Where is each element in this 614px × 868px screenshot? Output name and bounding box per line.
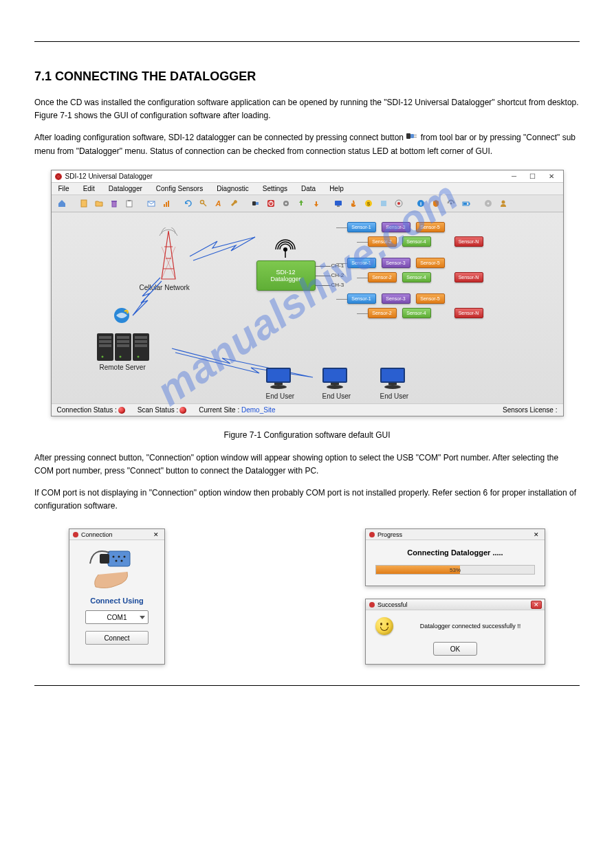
- refresh-icon[interactable]: [182, 197, 195, 210]
- svg-point-14: [200, 201, 204, 204]
- svg-rect-50: [99, 344, 111, 347]
- link-server-users: [168, 343, 320, 384]
- download-icon[interactable]: [310, 197, 322, 210]
- enduser-label-2: End User: [322, 392, 351, 400]
- svg-point-37: [487, 203, 489, 205]
- menu-config-sensors[interactable]: Config Sensors: [156, 185, 203, 192]
- success-dialog-title: Successful: [377, 601, 408, 608]
- figure-caption: Figure 7-1 Configuration software defaul…: [34, 429, 580, 442]
- svg-point-59: [137, 356, 139, 358]
- server-icon: [93, 329, 155, 364]
- com-port-value: COM1: [107, 614, 127, 621]
- monitor-icon[interactable]: [332, 197, 344, 210]
- connect-icon[interactable]: [250, 197, 262, 210]
- progress-label: Connecting Datalogger .....: [375, 548, 535, 557]
- sensor-box: Sensor-1: [347, 258, 376, 268]
- current-site-value[interactable]: Demo_Site: [241, 406, 275, 414]
- mail-icon[interactable]: [145, 197, 157, 210]
- conn-status-led: [118, 407, 125, 414]
- separator: [175, 197, 179, 210]
- svg-point-77: [113, 556, 115, 558]
- dollar-icon[interactable]: $: [362, 197, 375, 210]
- close-icon[interactable]: ✕: [531, 531, 542, 539]
- ok-button[interactable]: OK: [433, 642, 477, 656]
- home-icon[interactable]: [56, 197, 68, 210]
- tool-a-icon[interactable]: A: [212, 197, 225, 210]
- progress-dialog: Progress ✕ Connecting Datalogger ..... 5…: [365, 528, 545, 586]
- sensor-box: Sensor-1: [347, 222, 376, 232]
- disc-icon[interactable]: [482, 197, 494, 210]
- window-title: SDI-12 Universal Datalogger: [65, 173, 153, 180]
- signal-icon[interactable]: [445, 197, 457, 210]
- user-icon[interactable]: [497, 197, 509, 210]
- smiley-icon: [375, 617, 393, 635]
- gear-icon[interactable]: [280, 197, 292, 210]
- menu-diagnostic[interactable]: Diagnostic: [217, 185, 249, 192]
- delete-icon[interactable]: [108, 197, 120, 210]
- minimize-button[interactable]: ─: [505, 172, 523, 181]
- svg-rect-8: [127, 201, 132, 207]
- open-icon[interactable]: [93, 197, 105, 210]
- svg-point-80: [116, 560, 118, 562]
- svg-rect-35: [463, 203, 467, 205]
- com-port-combo[interactable]: COM1: [85, 610, 149, 624]
- wrench-icon[interactable]: [228, 197, 240, 210]
- svg-rect-71: [382, 369, 404, 381]
- protect-icon[interactable]: [430, 197, 442, 210]
- ch2-label: CH-2: [331, 272, 344, 278]
- new-icon[interactable]: [78, 197, 90, 210]
- sensor-box: Sensor-5: [416, 293, 445, 304]
- svg-rect-75: [108, 551, 130, 566]
- plug-icon: [406, 131, 418, 145]
- scan-status-label: Scan Status :: [138, 406, 178, 414]
- svg-point-22: [285, 203, 287, 205]
- svg-rect-53: [117, 344, 129, 347]
- close-icon[interactable]: ✕: [151, 531, 162, 539]
- svg-point-78: [118, 556, 120, 558]
- success-message: Datalogger connected successfully !!: [406, 623, 535, 630]
- bottom-rule: [34, 685, 580, 686]
- svg-rect-24: [337, 205, 340, 207]
- svg-point-82: [369, 532, 375, 537]
- close-button[interactable]: ✕: [542, 172, 560, 181]
- svg-line-15: [204, 203, 206, 206]
- datalogger-box: SDI-12 Datalogger: [256, 260, 316, 291]
- antenna-icon: [273, 237, 298, 259]
- separator: [475, 197, 479, 210]
- success-dialog: Successful ✕ Datalogger connected succes…: [365, 599, 545, 665]
- clipboard-icon[interactable]: [123, 197, 135, 210]
- svg-rect-17: [256, 202, 259, 205]
- svg-rect-1: [410, 134, 414, 138]
- separator: [71, 197, 75, 210]
- svg-rect-54: [135, 336, 147, 339]
- conn-status-label: Connection Status :: [57, 406, 117, 414]
- monitor-icon: [379, 366, 406, 391]
- info-icon[interactable]: i: [415, 197, 427, 210]
- svg-rect-52: [117, 340, 129, 343]
- connect-button[interactable]: Connect: [85, 631, 149, 645]
- chart-icon[interactable]: [160, 197, 173, 210]
- sensor-box: Sensor-2: [368, 236, 397, 247]
- power-icon[interactable]: [265, 197, 277, 210]
- note-icon[interactable]: [377, 197, 390, 210]
- license-label: Sensors License :: [503, 406, 558, 414]
- svg-rect-67: [324, 369, 346, 381]
- menu-settings[interactable]: Settings: [263, 185, 287, 192]
- menu-edit[interactable]: Edit: [83, 185, 95, 192]
- menu-file[interactable]: File: [58, 185, 69, 192]
- svg-rect-6: [112, 201, 116, 207]
- statusbar: Connection Status : Scan Status : Curren…: [52, 403, 563, 416]
- battery-icon[interactable]: [460, 197, 472, 210]
- progress-dialog-title: Progress: [377, 531, 402, 538]
- upload-icon[interactable]: [295, 197, 307, 210]
- record-icon[interactable]: [393, 197, 405, 210]
- menu-help[interactable]: Help: [329, 185, 344, 192]
- enduser-label-3: End User: [380, 392, 409, 400]
- close-icon[interactable]: ✕: [531, 601, 542, 609]
- menubar: File Edit Datalogger Config Sensors Diag…: [52, 183, 563, 195]
- maximize-button[interactable]: ☐: [524, 172, 542, 181]
- key-icon[interactable]: [197, 197, 210, 210]
- menu-data[interactable]: Data: [301, 185, 316, 192]
- flame-icon[interactable]: [347, 197, 360, 210]
- menu-datalogger[interactable]: Datalogger: [109, 185, 142, 192]
